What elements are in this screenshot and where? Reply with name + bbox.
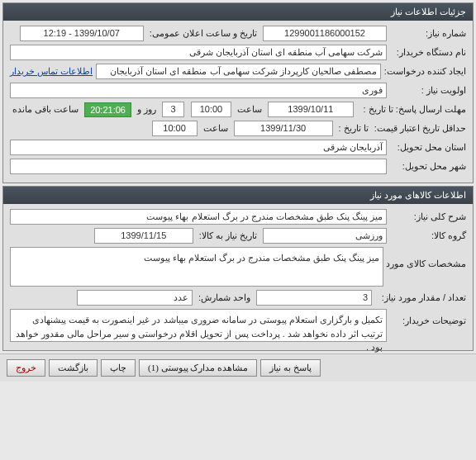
group-label: گروه کالا: [390,230,466,241]
deadline-date-field: 1399/10/11 [268,102,354,117]
exit-button[interactable]: خروج [7,359,45,377]
goods-info-panel: اطلاعات کالاهای مورد نیاز شرح کلی نیاز: … [2,186,474,351]
spec-field: میز پینگ پنک طبق مشخصات مندرج در برگ است… [10,247,383,287]
deadline-label: مهلت ارسال پاسخ: تا تاریخ : [357,104,466,115]
need-date-label: تاریخ نیاز به کالا: [197,230,259,241]
buyer-contact-link[interactable]: اطلاعات تماس خریدار [10,66,93,77]
creator-label: ایجاد کننده درخواست: [384,66,466,77]
qty-field: 3 [256,290,372,306]
province-field: آذربایجان شرقی [10,140,387,155]
buyer-org-label: نام دستگاه خریدار: [390,47,466,58]
general-desc-field: میز پینگ پنک طبق مشخصات مندرج در برگ است… [10,209,387,225]
goods-info-body: شرح کلی نیاز: میز پینگ پنک طبق مشخصات من… [3,204,473,350]
buyer-org-field: شرکت سهامی آب منطقه ای استان آذربایجان ش… [10,45,387,60]
deadline-time-label: ساعت [235,104,264,115]
spec-label: مشخصات کالای مورد نیاز: [387,247,466,269]
qty-label: تعداد / مقدار مورد نیاز: [375,292,466,303]
creator-field: مصطفی صالحیان کارپرداز شرکت سهامی آب منط… [96,64,381,79]
respond-button[interactable]: پاسخ به نیاز [260,359,321,377]
attachments-button[interactable]: مشاهده مدارک پیوستی (1) [139,359,257,377]
city-field [10,159,387,174]
announce-field: 1399/10/07 - 12:19 [20,26,144,41]
announce-label: تاریخ و ساعت اعلان عمومی: [147,28,259,39]
need-details-header: جزئیات اطلاعات نیاز [3,3,473,21]
province-label: استان محل تحویل: [390,142,466,153]
priority-label: اولویت نیاز : [390,85,466,96]
need-number-label: شماره نیاز: [390,28,466,39]
footer-bar: پاسخ به نیاز مشاهده مدارک پیوستی (1) چاپ… [0,353,476,382]
priority-field: فوری [10,83,387,98]
unit-label: واحد شمارش: [196,292,253,303]
deadline-time-field: 10:00 [191,102,231,117]
need-details-body: شماره نیاز: 1299001186000152 تاریخ و ساع… [3,21,473,183]
unit-field: عدد [77,290,193,306]
min-credit-time-label: ساعت [201,123,231,134]
days-left-field: 3 [162,102,184,117]
min-credit-time-field: 10:00 [152,121,198,136]
need-details-panel: جزئیات اطلاعات نیاز شماره نیاز: 12990011… [2,2,474,183]
goods-info-header: اطلاعات کالاهای مورد نیاز [3,187,473,204]
notes-label: توضیحات خریدار: [390,309,466,326]
group-field: ورزشی [263,228,387,244]
back-button[interactable]: بازگشت [49,359,98,377]
hours-word: ساعت باقی مانده [10,104,81,115]
countdown-timer: 20:21:06 [84,102,131,117]
min-credit-date-field: 1399/11/30 [234,121,333,136]
print-button[interactable]: چاپ [101,359,136,377]
need-number-field: 1299001186000152 [263,26,387,41]
min-credit-to-label: تا تاریخ : [336,123,371,134]
days-word: روز و [135,104,159,115]
min-credit-label: حداقل تاریخ اعتبار قیمت: [374,123,466,134]
notes-field: تکمیل و بارگزاری استعلام پیوستی در سامان… [10,309,387,342]
need-date-field: 1399/11/15 [94,228,193,244]
general-desc-label: شرح کلی نیاز: [390,211,466,222]
city-label: شهر محل تحویل: [390,161,466,172]
